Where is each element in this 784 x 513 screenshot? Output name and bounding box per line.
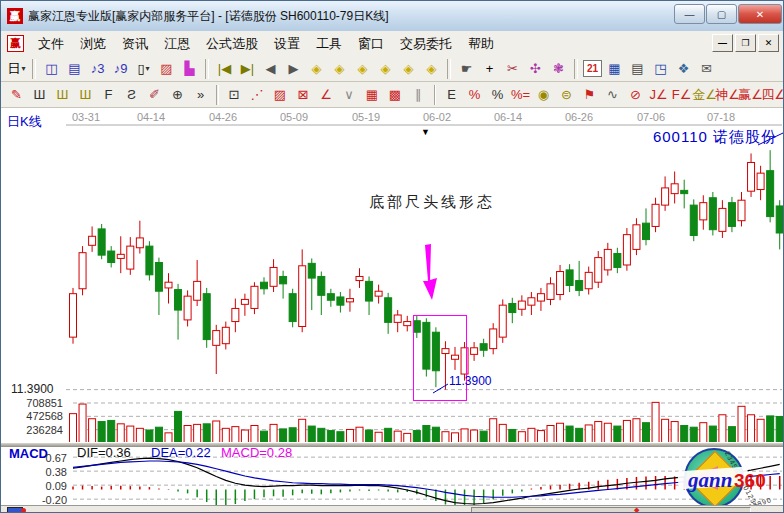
candle-style-button[interactable]: ▯▾ xyxy=(133,59,154,79)
price-histogram-icon[interactable]: ▙ xyxy=(179,59,200,79)
notes-icon[interactable]: ▤ xyxy=(627,59,648,79)
date-tick-06-26: 06-26 xyxy=(565,111,593,123)
save-icon[interactable]: ◳ xyxy=(650,59,671,79)
jump-right-icon[interactable]: ◈ xyxy=(329,59,350,79)
child-minimize-button[interactable]: — xyxy=(712,34,733,52)
gold-line-icon[interactable]: ⊜ xyxy=(556,85,577,105)
grid-comb-icon[interactable]: Ш xyxy=(29,85,50,105)
calculator-icon[interactable]: ▦ xyxy=(604,59,625,79)
gann-logo-360: 360 xyxy=(734,470,766,492)
minute-chart-3-icon[interactable]: ♪3 xyxy=(87,59,108,79)
chart-client-area[interactable]: 日K线 03-3104-1404-2605-0905-1906-0206-140… xyxy=(1,108,784,505)
box-fan-icon[interactable]: ▨ xyxy=(270,85,291,105)
child-close-button[interactable]: ✕ xyxy=(758,34,779,52)
menu-窗口[interactable]: 窗口 xyxy=(350,32,392,56)
zoom-out-icon[interactable]: ◈ xyxy=(398,59,419,79)
grid-box-icon[interactable]: ▩ xyxy=(385,85,406,105)
menu-江恩[interactable]: 江恩 xyxy=(156,32,198,56)
gold-angle-icon[interactable]: ⊘ xyxy=(625,85,646,105)
tile-windows-icon[interactable]: ◫ xyxy=(41,59,62,79)
prev-candle-icon[interactable]: ◀ xyxy=(260,59,281,79)
kline-period-button[interactable]: 日▾ xyxy=(6,59,27,79)
gann-f-angle-icon[interactable]: F∠ xyxy=(671,85,692,105)
brush-tool-icon[interactable]: ✎ xyxy=(6,85,27,105)
gold-comb-icon[interactable]: Ш xyxy=(52,85,73,105)
gann-gold-angle-icon[interactable]: 金∠ xyxy=(694,85,715,105)
menu-帮助[interactable]: 帮助 xyxy=(460,32,502,56)
mail-icon[interactable]: ✉ xyxy=(696,59,717,79)
smart-analysis-icon[interactable]: ❃ xyxy=(548,59,569,79)
gann-shen-angle-icon[interactable]: 神∠ xyxy=(717,85,738,105)
maximize-button[interactable]: ▢ xyxy=(706,4,737,24)
f-comb-icon[interactable]: F xyxy=(98,85,119,105)
date-tick-04-26: 04-26 xyxy=(209,111,237,123)
title-bar: 赢 赢家江恩专业版[赢家内部服务平台] - [诺德股份 SH600110-79日… xyxy=(1,1,784,32)
menu-交易委托[interactable]: 交易委托 xyxy=(392,32,460,56)
crosshair-tool-icon[interactable]: + xyxy=(479,59,500,79)
angle-line-icon[interactable]: ∠ xyxy=(316,85,337,105)
time-circle-icon[interactable]: ⊕ xyxy=(167,85,188,105)
menu-工具[interactable]: 工具 xyxy=(308,32,350,56)
close-button[interactable]: ✕ xyxy=(738,4,782,24)
gann-flower-icon[interactable]: ✣ xyxy=(525,59,546,79)
first-page-icon[interactable]: |◀ xyxy=(214,59,235,79)
menu-文件[interactable]: 文件 xyxy=(30,32,72,56)
percent-line-icon[interactable]: %= xyxy=(510,85,531,105)
box-cross-icon[interactable]: ⊠ xyxy=(293,85,314,105)
period-label: 日K线 xyxy=(7,113,42,131)
low-price-callout: 11.3900 xyxy=(449,374,492,388)
app-logo-icon: 赢 xyxy=(7,8,23,24)
box-tool-icon[interactable]: ⊡ xyxy=(224,85,245,105)
more-tools-icon[interactable]: » xyxy=(190,85,211,105)
delete-line-icon[interactable]: ✂ xyxy=(502,59,523,79)
toolbar-separator xyxy=(447,59,451,79)
minimize-button[interactable]: — xyxy=(674,4,705,24)
menu-浏览[interactable]: 浏览 xyxy=(72,32,114,56)
quote-list-icon[interactable]: ▤ xyxy=(64,59,85,79)
app-window: 赢 赢家江恩专业版[赢家内部服务平台] - [诺德股份 SH600110-79日… xyxy=(0,0,784,513)
gann-logo-text: gann xyxy=(688,468,732,493)
price-axis-low-label: 11.3900 xyxy=(11,382,54,396)
gann-si-angle-icon[interactable]: 四∠ xyxy=(763,85,784,105)
menu-公式选股[interactable]: 公式选股 xyxy=(198,32,266,56)
candle-flag-icon[interactable]: ⚑ xyxy=(579,85,600,105)
last-page-icon[interactable]: ▶| xyxy=(237,59,258,79)
pattern-match-icon[interactable]: ▨ xyxy=(156,59,177,79)
menu-设置[interactable]: 设置 xyxy=(266,32,308,56)
ruler-icon[interactable]: E xyxy=(441,85,462,105)
calendar-icon[interactable]: 21 xyxy=(583,60,602,77)
minute-chart-9-icon[interactable]: ♪9 xyxy=(110,59,131,79)
status-panel xyxy=(471,507,751,513)
zoom-in-icon[interactable]: ◈ xyxy=(421,59,442,79)
stock-label: 600110 诺德股份 xyxy=(653,128,777,147)
menu-bar: 赢 文件浏览资讯江恩公式选股设置工具窗口交易委托帮助 —❐✕ xyxy=(1,31,784,57)
shrink-range-icon[interactable]: ◈ xyxy=(375,59,396,79)
gann-j-angle-icon[interactable]: J∠ xyxy=(648,85,669,105)
menu-资讯[interactable]: 资讯 xyxy=(114,32,156,56)
network-icon[interactable]: ❖ xyxy=(673,59,694,79)
gold-comb2-icon[interactable]: Ш xyxy=(75,85,96,105)
status-bar: ◆ xyxy=(1,505,784,513)
pattern-annotation: 底部尺头线形态 xyxy=(369,193,495,212)
hand-tool-icon[interactable]: ☛ xyxy=(456,59,477,79)
macd-axis: 0.670.380.09-0.20 xyxy=(1,451,67,507)
gann-ying-angle-icon[interactable]: 赢∠ xyxy=(740,85,761,105)
grid-fine-icon[interactable]: ▦ xyxy=(362,85,383,105)
child-restore-button[interactable]: ❐ xyxy=(735,34,756,52)
toolbar-drawing: ✎ШШШFƧ✐⊕»⊡⋰▨⊠∠∨▦▩∥E%%%=◉⊜⚑∿⊘J∠F∠金∠神∠赢∠四∠ xyxy=(1,82,784,108)
next-candle-icon[interactable]: ▶ xyxy=(283,59,304,79)
pen-grid-icon[interactable]: ✐ xyxy=(144,85,165,105)
fan-lines-icon[interactable]: ⋰ xyxy=(247,85,268,105)
gold-circle-icon[interactable]: ◉ xyxy=(533,85,554,105)
percent-icon[interactable]: % xyxy=(487,85,508,105)
expand-range-icon[interactable]: ◈ xyxy=(352,59,373,79)
zigzag-icon[interactable]: ∨ xyxy=(339,85,360,105)
dif-value-label: DIF=0.36 xyxy=(77,445,131,460)
menu-logo-icon: 赢 xyxy=(7,35,24,52)
slash-lines-icon[interactable]: ∥ xyxy=(408,85,429,105)
jump-left-icon[interactable]: ◈ xyxy=(306,59,327,79)
percent-zone-icon[interactable]: % xyxy=(464,85,485,105)
spiral-comb-icon[interactable]: Ƨ xyxy=(121,85,142,105)
volume-axis: 708851472568236284 xyxy=(1,397,63,437)
wave-icon[interactable]: ∿ xyxy=(602,85,623,105)
